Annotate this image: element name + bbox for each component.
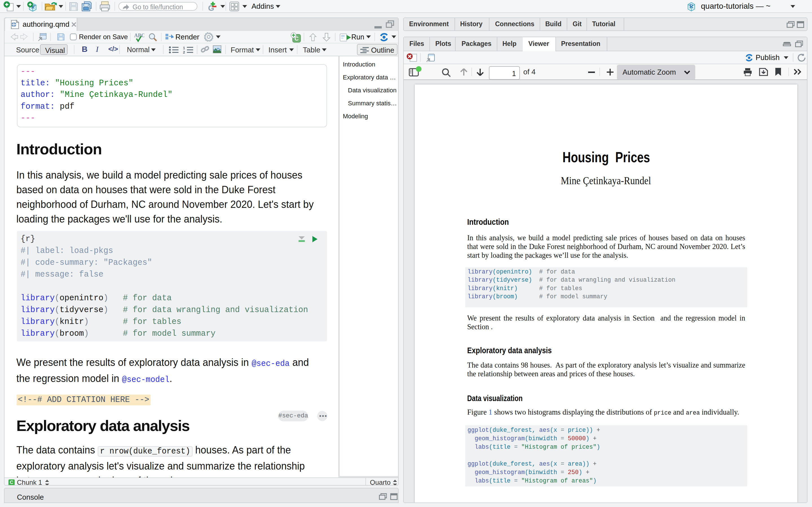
svg-text:R: R	[689, 3, 694, 9]
svg-text:2: 2	[183, 50, 185, 54]
svg-text:ABC: ABC	[134, 33, 144, 38]
svg-text:1: 1	[183, 46, 185, 50]
